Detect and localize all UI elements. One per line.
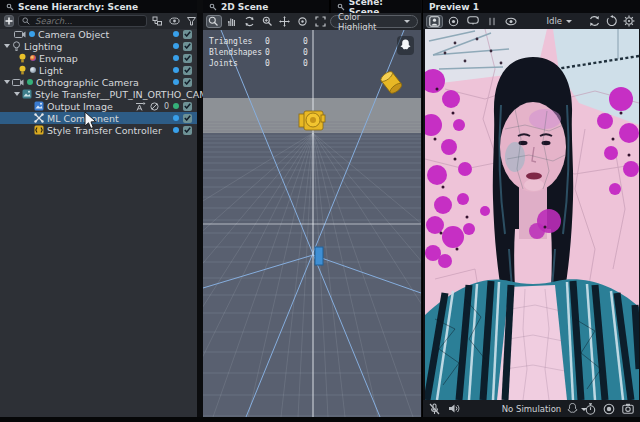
enabled-checkbox[interactable] — [183, 54, 192, 63]
pause-button[interactable] — [483, 15, 500, 28]
search-input[interactable] — [33, 15, 143, 27]
render-order-badge: 0 — [164, 102, 169, 111]
check-icon — [184, 67, 191, 73]
stat-label: Joints — [209, 58, 265, 69]
tree-item-label: Lighting — [24, 41, 62, 52]
layer-dot[interactable] — [173, 31, 179, 37]
envmap-sphere-icon — [30, 55, 36, 61]
enabled-checkbox[interactable] — [183, 42, 192, 51]
ortho-camera-gizmo[interactable] — [315, 247, 323, 265]
layer-dot[interactable] — [173, 43, 179, 49]
lens-state-dropdown[interactable]: Idle — [547, 16, 573, 26]
visibility-filter-button[interactable] — [168, 16, 181, 27]
tree-item-label: Camera Object — [38, 29, 109, 40]
preview-mode-button[interactable] — [426, 15, 443, 28]
enabled-checkbox[interactable] — [183, 114, 192, 123]
tree-item-style-transfer-group[interactable]: Style Transfer__PUT_IN_ORTHO_CAM — [0, 88, 197, 100]
hide-ui-button[interactable] — [502, 15, 519, 28]
webcam-mode-button[interactable] — [445, 15, 462, 28]
speaker-button[interactable] — [448, 403, 460, 414]
check-icon — [184, 79, 191, 85]
tree-item-orthographic-camera[interactable]: Orthographic Camera — [0, 76, 197, 88]
reset-preview-button[interactable] — [606, 15, 618, 27]
preview-render-area[interactable] — [425, 29, 639, 400]
scene-3d-viewport[interactable] — [203, 30, 421, 417]
enabled-checkbox[interactable] — [183, 30, 192, 39]
scene-hierarchy-titlebar[interactable]: Scene Hierarchy: Scene — [0, 0, 197, 13]
light-icon — [12, 41, 21, 51]
tree-item-label: Light — [39, 65, 63, 76]
stat-label: Blendshapes — [209, 47, 265, 58]
filter-button[interactable] — [185, 16, 198, 27]
microphone-muted-button[interactable] — [429, 403, 440, 415]
screenshot-button[interactable] — [622, 403, 634, 414]
preview-titlebar[interactable]: Preview 1 — [423, 0, 640, 13]
stretch-mode-icon[interactable] — [135, 102, 146, 111]
move-arrows-icon — [279, 16, 290, 27]
add-object-button[interactable] — [4, 15, 14, 27]
expand-arrow-icon[interactable] — [14, 92, 20, 96]
panel-pin-icon — [6, 3, 14, 11]
enabled-checkbox[interactable] — [183, 102, 192, 111]
layer-dot[interactable] — [173, 115, 179, 121]
color-highlight-dropdown[interactable]: Color Highlight — [330, 15, 418, 28]
tree-item-lighting[interactable]: Lighting — [0, 40, 197, 52]
zoom-tool-button[interactable] — [259, 15, 275, 28]
tree-item-output-image[interactable]: Output Image 0 — [0, 100, 197, 112]
camera-icon — [12, 78, 24, 87]
tree-item-style-transfer-controller[interactable]: Style Transfer Controller — [0, 124, 197, 136]
no-render-icon[interactable] — [150, 102, 159, 111]
layer-dot[interactable] — [173, 127, 179, 133]
layer-dot[interactable] — [173, 103, 179, 109]
mesh-stats-overlay: Triangles00 Blendshapes00 Joints00 — [209, 36, 341, 69]
check-icon — [184, 103, 191, 109]
enabled-checkbox[interactable] — [183, 78, 192, 87]
tree-item-camera-object[interactable]: Camera Object — [0, 28, 197, 40]
snapcode-button[interactable] — [567, 403, 578, 415]
device-mode-button[interactable] — [464, 15, 481, 28]
stat-label: Triangles — [209, 36, 265, 47]
move-tool-button[interactable] — [277, 15, 293, 28]
frame-corners-icon — [315, 16, 326, 27]
ghost-icon — [400, 39, 411, 52]
stat-value: 0 — [265, 36, 303, 47]
expand-arrow-icon[interactable] — [4, 80, 10, 84]
enabled-checkbox[interactable] — [183, 66, 192, 75]
layer-dot[interactable] — [173, 79, 179, 85]
script-icon — [34, 125, 44, 135]
tree-item-ml-component[interactable]: ML Component — [0, 112, 197, 124]
tree-item-envmap[interactable]: Envmap — [0, 52, 197, 64]
eye-icon — [169, 17, 180, 25]
orbit-tool-button[interactable] — [241, 15, 257, 28]
panel-pin-icon — [337, 3, 345, 11]
tree-item-label: Envmap — [39, 53, 78, 64]
focus-tool-button[interactable] — [295, 15, 311, 28]
image-icon — [34, 101, 44, 111]
preview-settings-button[interactable] — [623, 15, 635, 27]
layer-dot[interactable] — [173, 67, 179, 73]
record-button[interactable] — [603, 403, 615, 415]
select-tool-button[interactable] — [206, 15, 222, 28]
color-highlight-label: Color Highlight — [338, 12, 400, 32]
tree-item-light[interactable]: Light — [0, 64, 197, 76]
tree-item-label: Output Image — [47, 101, 113, 112]
enabled-checkbox[interactable] — [183, 126, 192, 135]
check-icon — [184, 43, 191, 49]
camera-gizmo[interactable] — [299, 111, 325, 130]
swap-camera-button[interactable] — [588, 15, 601, 27]
search-icon — [22, 17, 30, 25]
hierarchy-empty-area — [0, 136, 197, 417]
stat-value: 0 — [303, 58, 341, 69]
collapse-tree-button[interactable] — [151, 16, 164, 27]
ml-component-icon — [34, 113, 44, 123]
tab-2d-scene[interactable]: 2D Scene — [203, 0, 331, 13]
tree-item-label: ML Component — [47, 113, 119, 124]
tree-item-label: Style Transfer__PUT_IN_ORTHO_CAM — [35, 89, 207, 100]
layer-dot[interactable] — [173, 55, 179, 61]
pan-tool-button[interactable] — [224, 15, 240, 28]
webcam-icon — [448, 16, 459, 27]
light-sphere-icon — [30, 67, 36, 73]
search-box[interactable] — [18, 15, 147, 27]
expand-arrow-icon[interactable] — [4, 44, 10, 48]
frame-all-button[interactable] — [312, 15, 328, 28]
